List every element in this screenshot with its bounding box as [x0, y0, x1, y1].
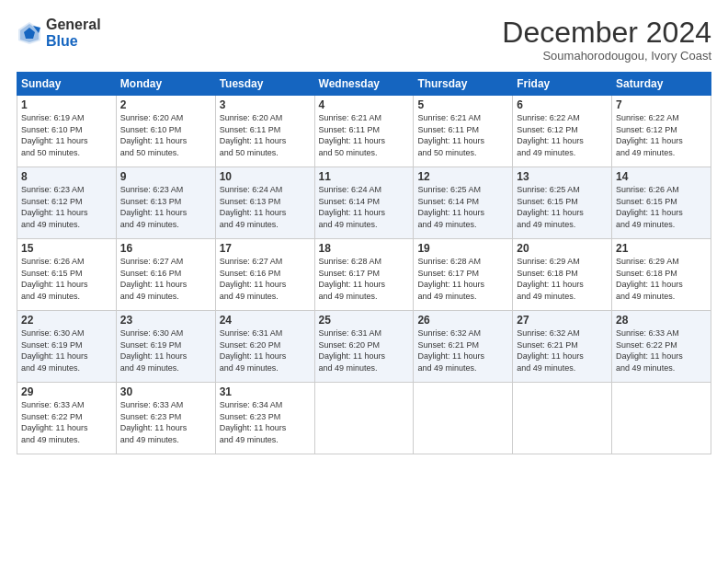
day-info: Sunrise: 6:30 AMSunset: 6:19 PMDaylight:…: [120, 327, 211, 373]
table-cell: 31Sunrise: 6:34 AMSunset: 6:23 PMDayligh…: [215, 383, 314, 454]
table-cell: [612, 383, 711, 454]
day-info: Sunrise: 6:21 AMSunset: 6:11 PMDaylight:…: [417, 112, 508, 158]
day-number: 14: [616, 170, 707, 183]
day-number: 26: [417, 314, 508, 327]
day-info: Sunrise: 6:27 AMSunset: 6:16 PMDaylight:…: [120, 256, 211, 302]
day-info: Sunrise: 6:33 AMSunset: 6:22 PMDaylight:…: [616, 327, 707, 373]
table-cell: 28Sunrise: 6:33 AMSunset: 6:22 PMDayligh…: [612, 311, 711, 383]
day-number: 11: [319, 170, 410, 183]
table-cell: 20Sunrise: 6:29 AMSunset: 6:18 PMDayligh…: [513, 239, 612, 311]
table-cell: 3Sunrise: 6:20 AMSunset: 6:11 PMDaylight…: [215, 96, 314, 167]
day-info: Sunrise: 6:25 AMSunset: 6:15 PMDaylight:…: [517, 184, 608, 230]
day-info: Sunrise: 6:28 AMSunset: 6:17 PMDaylight:…: [319, 256, 410, 302]
table-cell: 23Sunrise: 6:30 AMSunset: 6:19 PMDayligh…: [116, 311, 215, 383]
day-number: 7: [616, 98, 707, 111]
day-info: Sunrise: 6:23 AMSunset: 6:12 PMDaylight:…: [21, 184, 112, 230]
day-info: Sunrise: 6:27 AMSunset: 6:16 PMDaylight:…: [220, 256, 311, 302]
col-sunday: Sunday: [17, 73, 117, 96]
logo-blue: Blue: [46, 33, 101, 50]
table-cell: 25Sunrise: 6:31 AMSunset: 6:20 PMDayligh…: [314, 311, 414, 383]
table-cell: 1Sunrise: 6:19 AMSunset: 6:10 PMDaylight…: [17, 96, 117, 167]
day-info: Sunrise: 6:33 AMSunset: 6:23 PMDaylight:…: [120, 399, 211, 445]
table-cell: 10Sunrise: 6:24 AMSunset: 6:13 PMDayligh…: [215, 167, 314, 239]
day-number: 27: [517, 314, 608, 327]
table-cell: 2Sunrise: 6:20 AMSunset: 6:10 PMDaylight…: [116, 96, 215, 167]
table-cell: 13Sunrise: 6:25 AMSunset: 6:15 PMDayligh…: [513, 167, 612, 239]
day-info: Sunrise: 6:26 AMSunset: 6:15 PMDaylight:…: [616, 184, 707, 230]
day-number: 5: [417, 98, 508, 111]
day-info: Sunrise: 6:26 AMSunset: 6:15 PMDaylight:…: [21, 256, 112, 302]
day-info: Sunrise: 6:20 AMSunset: 6:10 PMDaylight:…: [120, 112, 211, 158]
location-subtitle: Soumahorodougou, Ivory Coast: [502, 49, 711, 63]
page: General Blue December 2024 Soumahorodoug…: [0, 0, 728, 563]
day-number: 25: [319, 314, 410, 327]
day-info: Sunrise: 6:29 AMSunset: 6:18 PMDaylight:…: [517, 256, 608, 302]
day-number: 6: [517, 98, 608, 111]
month-title: December 2024: [502, 17, 711, 49]
table-cell: 6Sunrise: 6:22 AMSunset: 6:12 PMDaylight…: [513, 96, 612, 167]
table-cell: 11Sunrise: 6:24 AMSunset: 6:14 PMDayligh…: [314, 167, 414, 239]
table-cell: 21Sunrise: 6:29 AMSunset: 6:18 PMDayligh…: [612, 239, 711, 311]
table-cell: 14Sunrise: 6:26 AMSunset: 6:15 PMDayligh…: [612, 167, 711, 239]
col-thursday: Thursday: [414, 73, 513, 96]
day-info: Sunrise: 6:33 AMSunset: 6:22 PMDaylight:…: [21, 399, 112, 445]
day-number: 28: [616, 314, 707, 327]
day-number: 22: [21, 314, 112, 327]
day-info: Sunrise: 6:28 AMSunset: 6:17 PMDaylight:…: [417, 256, 508, 302]
table-cell: 26Sunrise: 6:32 AMSunset: 6:21 PMDayligh…: [414, 311, 513, 383]
col-saturday: Saturday: [612, 73, 711, 96]
col-friday: Friday: [513, 73, 612, 96]
day-info: Sunrise: 6:31 AMSunset: 6:20 PMDaylight:…: [319, 327, 410, 373]
day-info: Sunrise: 6:32 AMSunset: 6:21 PMDaylight:…: [417, 327, 508, 373]
day-info: Sunrise: 6:30 AMSunset: 6:19 PMDaylight:…: [21, 327, 112, 373]
table-cell: [513, 383, 612, 454]
table-cell: 9Sunrise: 6:23 AMSunset: 6:13 PMDaylight…: [116, 167, 215, 239]
table-cell: 8Sunrise: 6:23 AMSunset: 6:12 PMDaylight…: [17, 167, 117, 239]
day-number: 23: [120, 314, 211, 327]
logo-text: General Blue: [46, 17, 101, 49]
day-number: 10: [220, 170, 311, 183]
day-info: Sunrise: 6:24 AMSunset: 6:14 PMDaylight:…: [319, 184, 410, 230]
day-number: 9: [120, 170, 211, 183]
day-number: 17: [220, 242, 311, 255]
table-cell: 5Sunrise: 6:21 AMSunset: 6:11 PMDaylight…: [414, 96, 513, 167]
day-number: 18: [319, 242, 410, 255]
day-info: Sunrise: 6:34 AMSunset: 6:23 PMDaylight:…: [220, 399, 311, 445]
col-wednesday: Wednesday: [314, 73, 414, 96]
day-info: Sunrise: 6:19 AMSunset: 6:10 PMDaylight:…: [21, 112, 112, 158]
day-info: Sunrise: 6:22 AMSunset: 6:12 PMDaylight:…: [517, 112, 608, 158]
calendar-week-row: 29Sunrise: 6:33 AMSunset: 6:22 PMDayligh…: [17, 383, 711, 454]
col-monday: Monday: [116, 73, 215, 96]
day-number: 29: [21, 385, 112, 398]
table-cell: [414, 383, 513, 454]
table-cell: 16Sunrise: 6:27 AMSunset: 6:16 PMDayligh…: [116, 239, 215, 311]
day-number: 24: [220, 314, 311, 327]
day-number: 19: [417, 242, 508, 255]
table-cell: [314, 383, 414, 454]
logo: General Blue: [17, 17, 101, 49]
day-number: 13: [517, 170, 608, 183]
day-number: 4: [319, 98, 410, 111]
day-info: Sunrise: 6:25 AMSunset: 6:14 PMDaylight:…: [417, 184, 508, 230]
calendar-week-row: 15Sunrise: 6:26 AMSunset: 6:15 PMDayligh…: [17, 239, 711, 311]
day-number: 12: [417, 170, 508, 183]
day-number: 31: [220, 385, 311, 398]
day-number: 1: [21, 98, 112, 111]
table-cell: 22Sunrise: 6:30 AMSunset: 6:19 PMDayligh…: [17, 311, 117, 383]
calendar-table: Sunday Monday Tuesday Wednesday Thursday…: [17, 72, 711, 454]
logo-icon: [17, 20, 42, 46]
day-info: Sunrise: 6:31 AMSunset: 6:20 PMDaylight:…: [220, 327, 311, 373]
table-cell: 4Sunrise: 6:21 AMSunset: 6:11 PMDaylight…: [314, 96, 414, 167]
day-number: 3: [220, 98, 311, 111]
calendar-week-row: 1Sunrise: 6:19 AMSunset: 6:10 PMDaylight…: [17, 96, 711, 167]
table-cell: 19Sunrise: 6:28 AMSunset: 6:17 PMDayligh…: [414, 239, 513, 311]
day-number: 21: [616, 242, 707, 255]
day-info: Sunrise: 6:32 AMSunset: 6:21 PMDaylight:…: [517, 327, 608, 373]
calendar-header-row: Sunday Monday Tuesday Wednesday Thursday…: [17, 73, 711, 96]
day-info: Sunrise: 6:24 AMSunset: 6:13 PMDaylight:…: [220, 184, 311, 230]
col-tuesday: Tuesday: [215, 73, 314, 96]
day-info: Sunrise: 6:22 AMSunset: 6:12 PMDaylight:…: [616, 112, 707, 158]
calendar-week-row: 8Sunrise: 6:23 AMSunset: 6:12 PMDaylight…: [17, 167, 711, 239]
title-block: December 2024 Soumahorodougou, Ivory Coa…: [502, 17, 711, 63]
day-number: 2: [120, 98, 211, 111]
